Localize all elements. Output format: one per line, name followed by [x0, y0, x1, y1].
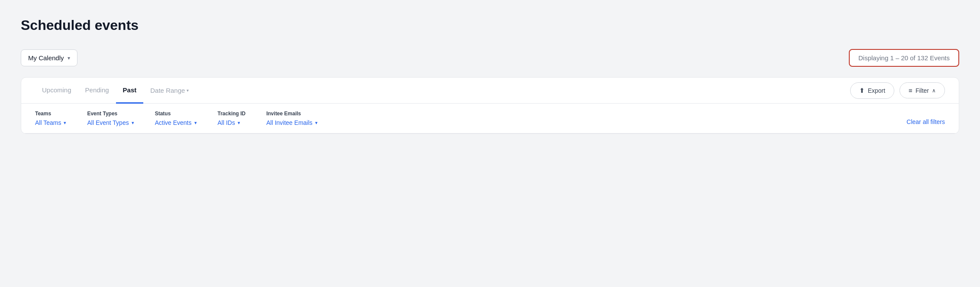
tabs-left: Upcoming Pending Past Date Range ▾: [35, 78, 196, 103]
filter-group-invitee-emails: Invitee Emails All Invitee Emails ▾: [266, 111, 318, 126]
export-button[interactable]: ⬆ Export: [850, 82, 894, 99]
tracking-id-filter-label: Tracking ID: [218, 111, 246, 117]
filter-group-teams: Teams All Teams ▾: [35, 111, 66, 126]
calendly-selector-button[interactable]: My Calendly ▾: [21, 49, 77, 66]
event-types-filter-label: Event Types: [87, 111, 134, 117]
filter-button[interactable]: ≡ Filter ∧: [899, 82, 945, 98]
page-title: Scheduled events: [21, 17, 959, 33]
caret-down-icon: ▾: [187, 88, 189, 93]
filters-row: Teams All Teams ▾ Event Types All Event …: [21, 104, 959, 134]
export-label: Export: [868, 87, 885, 94]
status-chevron-down-icon: ▾: [194, 120, 197, 126]
tracking-id-chevron-down-icon: ▾: [238, 120, 240, 126]
tab-date-range-label: Date Range: [150, 87, 185, 94]
event-types-filter-value: All Event Types: [87, 119, 129, 126]
export-icon: ⬆: [859, 87, 865, 95]
tracking-id-filter-value: All IDs: [218, 119, 235, 126]
invitee-emails-filter-dropdown[interactable]: All Invitee Emails ▾: [266, 119, 318, 126]
invitee-emails-filter-value: All Invitee Emails: [266, 119, 313, 126]
teams-filter-value: All Teams: [35, 119, 61, 126]
filter-group-tracking-id: Tracking ID All IDs ▾: [218, 111, 246, 126]
filter-label: Filter: [916, 87, 929, 94]
teams-filter-dropdown[interactable]: All Teams ▾: [35, 119, 66, 126]
invitee-emails-filter-label: Invitee Emails: [266, 111, 318, 117]
filter-group-event-types: Event Types All Event Types ▾: [87, 111, 134, 126]
tab-past[interactable]: Past: [116, 78, 144, 104]
status-filter-value: Active Events: [155, 119, 192, 126]
teams-chevron-down-icon: ▾: [64, 120, 66, 126]
filter-group-status: Status Active Events ▾: [155, 111, 197, 126]
chevron-up-icon: ∧: [932, 88, 936, 94]
filter-icon: ≡: [909, 87, 912, 94]
tabs-right: ⬆ Export ≡ Filter ∧: [850, 82, 945, 99]
tab-upcoming[interactable]: Upcoming: [35, 78, 78, 104]
top-row: My Calendly ▾ Displaying 1 – 20 of 132 E…: [21, 49, 959, 67]
teams-filter-label: Teams: [35, 111, 66, 117]
displaying-badge: Displaying 1 – 20 of 132 Events: [849, 49, 959, 67]
chevron-down-icon: ▾: [68, 55, 70, 61]
calendly-selector-label: My Calendly: [28, 54, 64, 62]
tabs-row: Upcoming Pending Past Date Range ▾ ⬆ Exp…: [21, 78, 959, 104]
main-card: Upcoming Pending Past Date Range ▾ ⬆ Exp…: [21, 77, 959, 134]
status-filter-dropdown[interactable]: Active Events ▾: [155, 119, 197, 126]
tab-pending[interactable]: Pending: [78, 78, 116, 104]
event-types-chevron-down-icon: ▾: [132, 120, 134, 126]
invitee-emails-chevron-down-icon: ▾: [315, 120, 318, 126]
event-types-filter-dropdown[interactable]: All Event Types ▾: [87, 119, 134, 126]
filters-left: Teams All Teams ▾ Event Types All Event …: [35, 111, 318, 126]
clear-all-filters-button[interactable]: Clear all filters: [906, 118, 945, 126]
status-filter-label: Status: [155, 111, 197, 117]
tab-date-range[interactable]: Date Range ▾: [143, 78, 196, 103]
tracking-id-filter-dropdown[interactable]: All IDs ▾: [218, 119, 246, 126]
